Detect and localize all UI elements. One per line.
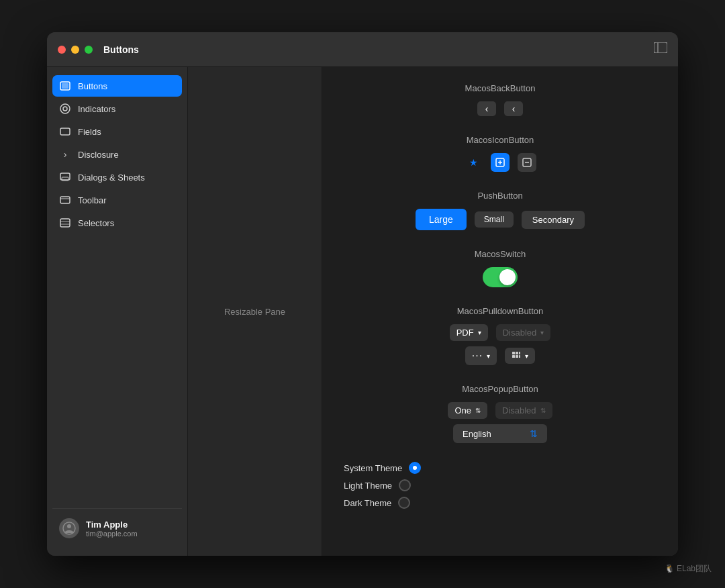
sidebar-label-selectors: Selectors <box>78 218 114 228</box>
indicators-icon <box>59 103 71 115</box>
sidebar-item-disclosure[interactable]: › Disclosure <box>52 144 182 165</box>
sidebar-label-buttons: Buttons <box>78 81 107 91</box>
pulldown-grid-button[interactable]: ▾ <box>505 348 535 364</box>
sidebar-label-dialogs: Dialogs & Sheets <box>78 173 145 183</box>
sidebar-bottom: Tim Apple tim@apple.com <box>52 508 182 548</box>
theme-section: System Theme Light Theme Dark Theme <box>344 462 657 509</box>
back-button-section: MacosBackButton ‹ ‹ <box>344 83 657 116</box>
user-profile[interactable]: Tim Apple tim@apple.com <box>55 514 179 542</box>
svg-rect-21 <box>512 352 515 354</box>
close-button[interactable] <box>58 46 66 54</box>
window-title: Buttons <box>103 44 139 55</box>
back-button-row: ‹ ‹ <box>344 101 657 116</box>
buttons-icon <box>59 80 71 92</box>
svg-point-15 <box>67 524 71 528</box>
svg-rect-9 <box>60 197 70 203</box>
resizable-pane-label: Resizable Pane <box>224 307 285 317</box>
fields-icon <box>59 126 71 138</box>
minimize-button[interactable] <box>71 46 79 54</box>
sidebar-label-indicators: Indicators <box>78 104 115 114</box>
svg-rect-25 <box>516 355 518 358</box>
watermark-icon: 🐧 <box>665 564 677 573</box>
push-btn-small[interactable]: Small <box>475 211 514 228</box>
push-button-title: PushButton <box>344 191 657 201</box>
up-down-arrows-icon-2: ⇅ <box>540 407 546 414</box>
back-button-title: MacosBackButton <box>344 83 657 93</box>
system-theme-row: System Theme <box>344 462 657 474</box>
icon-button-row: ★ <box>344 153 657 172</box>
main-content: Buttons Indicators Fields <box>47 67 678 556</box>
push-btn-large[interactable]: Large <box>416 209 467 230</box>
macos-switch[interactable] <box>483 267 518 287</box>
chevron-down-icon: ▾ <box>478 329 481 336</box>
sidebar-item-dialogs[interactable]: Dialogs & Sheets <box>52 166 182 188</box>
back-btn-2[interactable]: ‹ <box>504 101 523 116</box>
switch-section: MacosSwitch <box>344 249 657 287</box>
push-btn-secondary[interactable]: Secondary <box>522 211 585 229</box>
svg-point-4 <box>60 104 70 113</box>
switch-thumb <box>499 269 516 285</box>
pulldown-pdf-button[interactable]: PDF ▾ <box>450 324 488 341</box>
app-window: Buttons Buttons <box>47 32 678 556</box>
svg-rect-0 <box>654 42 667 53</box>
user-name: Tim Apple <box>86 520 138 530</box>
sidebar-label-disclosure: Disclosure <box>78 150 119 160</box>
chevron-down-icon-3: ▾ <box>487 352 490 360</box>
switch-container <box>344 267 657 287</box>
user-details: Tim Apple tim@apple.com <box>86 520 138 538</box>
sidebar-item-toolbar[interactable]: Toolbar <box>52 189 182 211</box>
system-theme-label: System Theme <box>344 463 402 473</box>
pulldown-row-1: PDF ▾ Disabled ▾ <box>344 324 657 341</box>
sidebar-label-toolbar: Toolbar <box>78 195 107 205</box>
up-down-arrows-icon: ⇅ <box>475 407 481 414</box>
minus-icon-button[interactable] <box>518 153 536 172</box>
back-btn-1[interactable]: ‹ <box>477 101 496 116</box>
star-icon-button[interactable]: ★ <box>464 153 483 172</box>
titlebar: Buttons <box>47 32 678 67</box>
sidebar-item-buttons[interactable]: Buttons <box>52 75 182 97</box>
dialogs-icon <box>59 171 71 183</box>
chevron-down-icon-4: ▾ <box>525 352 528 360</box>
pulldown-disabled-button: Disabled ▾ <box>496 324 551 341</box>
svg-rect-23 <box>519 352 520 354</box>
svg-rect-24 <box>512 355 515 358</box>
sidebar-item-fields[interactable]: Fields <box>52 121 182 142</box>
dark-theme-radio[interactable] <box>398 497 410 509</box>
switch-title: MacosSwitch <box>344 249 657 259</box>
push-button-section: PushButton Large Small Secondary <box>344 191 657 230</box>
sidebar-item-indicators[interactable]: Indicators <box>52 98 182 119</box>
popup-title: MacosPopupButton <box>344 384 657 394</box>
pulldown-row-2: ··· ▾ ▾ <box>344 346 657 365</box>
svg-rect-6 <box>60 128 70 135</box>
middle-pane: Resizable Pane <box>188 67 322 556</box>
push-button-row: Large Small Secondary <box>344 209 657 230</box>
pulldown-dots-button[interactable]: ··· ▾ <box>465 346 497 365</box>
maximize-button[interactable] <box>85 46 93 54</box>
sidebar-item-selectors[interactable]: Selectors <box>52 212 182 234</box>
toolbar-icon <box>59 194 71 206</box>
sidebar-label-fields: Fields <box>78 127 101 137</box>
avatar <box>59 518 79 538</box>
popup-one-button[interactable]: One ⇅ <box>448 402 487 419</box>
pulldown-section: MacosPulldownButton PDF ▾ Disabled ▾ ···… <box>344 306 657 365</box>
light-theme-row: Light Theme <box>344 479 657 491</box>
disclosure-icon: › <box>59 148 71 160</box>
dots-label: ··· <box>472 350 483 362</box>
dark-theme-label: Dark Theme <box>344 498 391 508</box>
up-down-arrows-icon-3: ⇅ <box>530 428 538 439</box>
chevron-down-icon-2: ▾ <box>540 329 544 336</box>
popup-row-2: English ⇅ <box>344 424 657 443</box>
popup-english-button[interactable]: English ⇅ <box>453 424 547 443</box>
sidebar-toggle-button[interactable] <box>654 42 667 56</box>
svg-point-5 <box>63 107 67 111</box>
system-theme-radio[interactable] <box>409 462 421 474</box>
icon-button-section: MacosIconButton ★ <box>344 135 657 172</box>
user-email: tim@apple.com <box>86 530 138 538</box>
svg-rect-26 <box>519 355 520 358</box>
selected-icon-button[interactable] <box>491 153 510 172</box>
light-theme-radio[interactable] <box>399 479 411 491</box>
popup-section: MacosPopupButton One ⇅ Disabled ⇅ Englis… <box>344 384 657 443</box>
svg-rect-11 <box>60 219 70 227</box>
dark-theme-row: Dark Theme <box>344 497 657 509</box>
svg-rect-22 <box>516 352 518 354</box>
